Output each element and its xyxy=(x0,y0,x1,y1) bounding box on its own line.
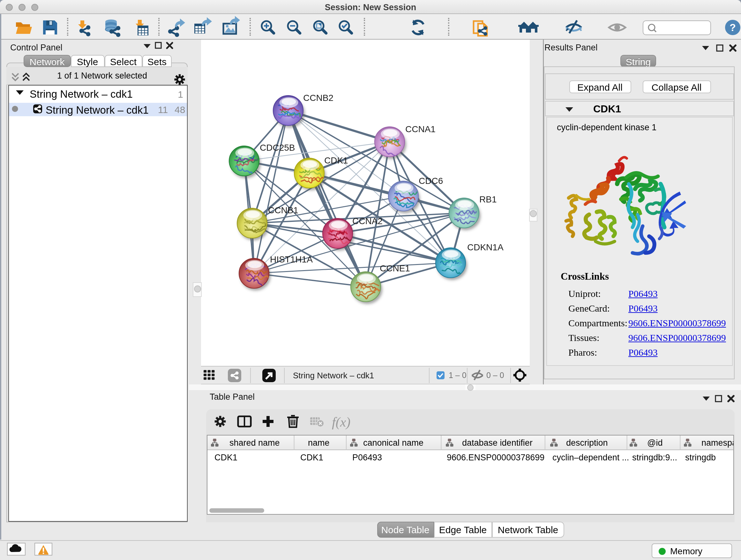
svg-text:RB1: RB1 xyxy=(479,194,496,204)
svg-text:@id: @id xyxy=(647,438,662,447)
svg-text:database identifier: database identifier xyxy=(462,438,532,447)
svg-text:CCNA1: CCNA1 xyxy=(405,124,435,134)
svg-text:?: ? xyxy=(730,22,736,33)
svg-text:0 – 0: 0 – 0 xyxy=(486,370,504,379)
svg-text:CDC25B: CDC25B xyxy=(260,143,295,152)
svg-text:CCNB2: CCNB2 xyxy=(303,93,333,103)
svg-text:HIST1H1A: HIST1H1A xyxy=(270,254,313,264)
svg-text:f(x): f(x) xyxy=(332,415,350,430)
svg-text:shared name: shared name xyxy=(229,438,280,447)
svg-text:CDC6: CDC6 xyxy=(419,176,443,186)
svg-text:1 – 0: 1 – 0 xyxy=(449,370,467,379)
svg-text:name: name xyxy=(308,438,329,447)
svg-text:description: description xyxy=(566,438,608,447)
svg-text:CCNB1: CCNB1 xyxy=(268,205,298,215)
svg-text:CCNA2: CCNA2 xyxy=(352,216,383,226)
svg-text:namespace: namespace xyxy=(701,438,733,447)
svg-text:CDKN1A: CDKN1A xyxy=(467,242,503,252)
svg-text:CCNE1: CCNE1 xyxy=(380,263,410,273)
svg-text:CDK1: CDK1 xyxy=(324,155,348,165)
svg-text:String Network – cdk1: String Network – cdk1 xyxy=(293,370,374,380)
svg-text:canonical name: canonical name xyxy=(363,438,423,447)
